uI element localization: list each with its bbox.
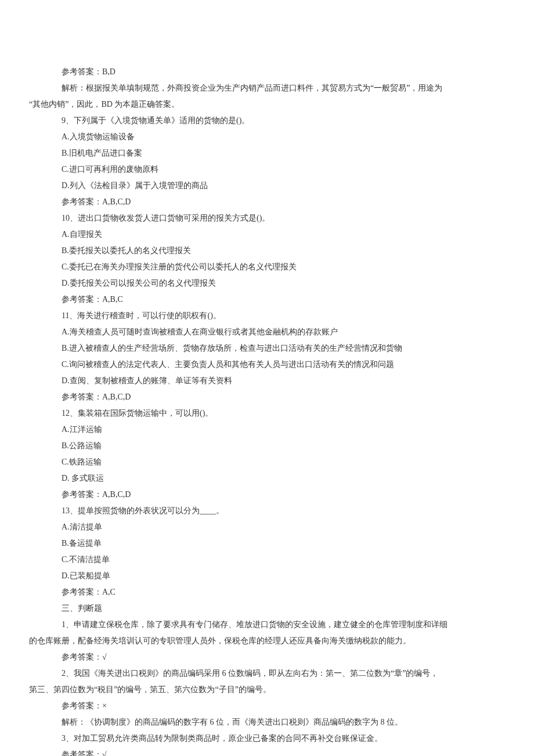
text-line: B.进入被稽查人的生产经营场所、货物存放场所，检查与进出口活动有关的生产经营情况… — [29, 340, 505, 357]
text-line: 参考答案：A,B,C,D — [29, 487, 505, 503]
text-line: 参考答案：A,C — [29, 584, 505, 600]
text-line: 三、判断题 — [29, 600, 505, 617]
text-line: B.委托报关以委托人的名义代理报关 — [29, 243, 505, 259]
text-line: A.入境货物运输设备 — [29, 129, 505, 145]
text-line: 3、对加工贸易允许类商品转为限制类商品时，原企业已备案的合同不再补交台账保证金。 — [29, 730, 505, 747]
text-line: 的仓库账册，配备经海关培训认可的专职管理人员外，保税仓库的经理人还应具备向海关缴… — [29, 633, 505, 649]
text-line: 解析：根据报关单填制规范，外商投资企业为生产内销产品而进口料件，其贸易方式为“一… — [29, 80, 505, 96]
text-line: 9、下列属于《入境货物通关单》适用的货物的是()。 — [29, 113, 505, 129]
text-line: 12、集装箱在国际货物运输中，可以用()。 — [29, 405, 505, 422]
text-line: 1、申请建立保税仓库，除了要求具有专门储存、堆放进口货物的安全设施，建立健全的仓… — [29, 617, 505, 633]
text-line: 参考答案：√ — [29, 649, 505, 665]
text-line: “其他内销”，因此，BD 为本题正确答案。 — [29, 96, 505, 113]
text-line: A.清洁提单 — [29, 519, 505, 535]
text-line: 参考答案：A,B,C — [29, 291, 505, 308]
text-line: 11、海关进行稽查时，可以行使的职权有()。 — [29, 308, 505, 324]
text-line: A.海关稽查人员可随时查询被稽查人在商业银行或者其他金融机构的存款账户 — [29, 324, 505, 340]
text-line: C.进口可再利用的废物原料 — [29, 161, 505, 178]
text-line: 10、进出口货物收发货人进口货物可采用的报关方式是()。 — [29, 210, 505, 226]
text-line: 13、提单按照货物的外表状况可以分为____。 — [29, 503, 505, 519]
text-line: 参考答案：A,B,C,D — [29, 389, 505, 405]
text-line: D.已装船提单 — [29, 568, 505, 584]
text-line: 解析：《协调制度》的商品编码的数字有 6 位，而《海关进出口税则》商品编码的数字… — [29, 714, 505, 730]
text-line: B.公路运输 — [29, 438, 505, 454]
text-line: 参考答案：B,D — [29, 64, 505, 80]
text-line: A.江洋运输 — [29, 422, 505, 438]
text-line: 参考答案：A,B,C,D — [29, 194, 505, 210]
text-line: 2、我国《海关进出口税则》的商品编码采用 6 位数编码，即从左向右为：第一、第二… — [29, 665, 505, 682]
text-line: 参考答案：√ — [29, 747, 505, 756]
text-line: D.列入《法检目录》属于入境管理的商品 — [29, 178, 505, 194]
text-line: B.备运提单 — [29, 535, 505, 552]
text-line: D. 多式联运 — [29, 470, 505, 487]
text-line: 参考答案：× — [29, 698, 505, 714]
text-line: A.自理报关 — [29, 226, 505, 243]
document-body: 参考答案：B,D解析：根据报关单填制规范，外商投资企业为生产内销产品而进口料件，… — [29, 64, 505, 756]
text-line: C.不清洁提单 — [29, 552, 505, 568]
text-line: B.旧机电产品进口备案 — [29, 145, 505, 161]
text-line: C.委托已在海关办理报关注册的货代公司以委托人的名义代理报关 — [29, 259, 505, 275]
text-line: D.查阅、复制被稽查人的账簿、单证等有关资料 — [29, 373, 505, 389]
text-line: 第三、第四位数为“税目”的编号，第五、第六位数为“子目”的编号。 — [29, 682, 505, 698]
text-line: D.委托报关公司以报关公司的名义代理报关 — [29, 275, 505, 291]
text-line: C.铁路运输 — [29, 454, 505, 470]
text-line: C.询问被稽查人的法定代表人、主要负责人员和其他有关人员与进出口活动有关的情况和… — [29, 357, 505, 373]
